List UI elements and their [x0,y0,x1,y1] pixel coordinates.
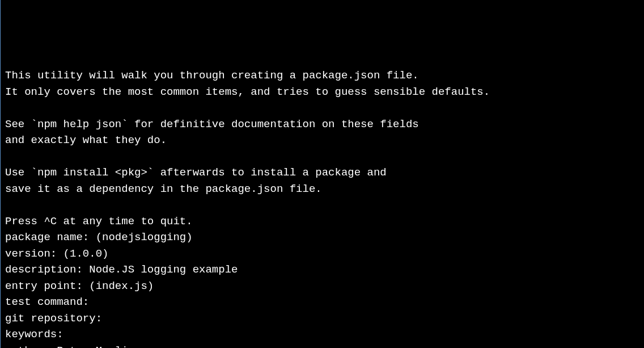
prompt-author[interactable]: author: Peter Morlion [5,343,639,349]
intro-text-line: It only covers the most common items, an… [5,84,639,100]
intro-text-line [5,149,639,165]
intro-text-line: Use `npm install <pkg>` afterwards to in… [5,165,639,181]
prompt-description[interactable]: description: Node.JS logging example [5,262,639,278]
intro-text-line: This utility will walk you through creat… [5,68,639,84]
intro-text-line: and exactly what they do. [5,132,639,149]
intro-text-line [5,100,639,116]
prompt-git-repository[interactable]: git repository: [5,311,639,327]
prompt-version[interactable]: version: (1.0.0) [5,246,639,262]
intro-text-line: Press ^C at any time to quit. [5,213,639,230]
prompt-test-command[interactable]: test command: [5,294,639,311]
intro-text-line: save it as a dependency in the package.j… [5,181,639,198]
prompt-entry-point[interactable]: entry point: (index.js) [5,278,639,295]
intro-text-line [5,197,639,213]
prompt-keywords[interactable]: keywords: [5,326,639,343]
prompt-package-name[interactable]: package name: (nodejslogging) [5,229,639,246]
intro-text-line: See `npm help json` for definitive docum… [5,116,639,133]
